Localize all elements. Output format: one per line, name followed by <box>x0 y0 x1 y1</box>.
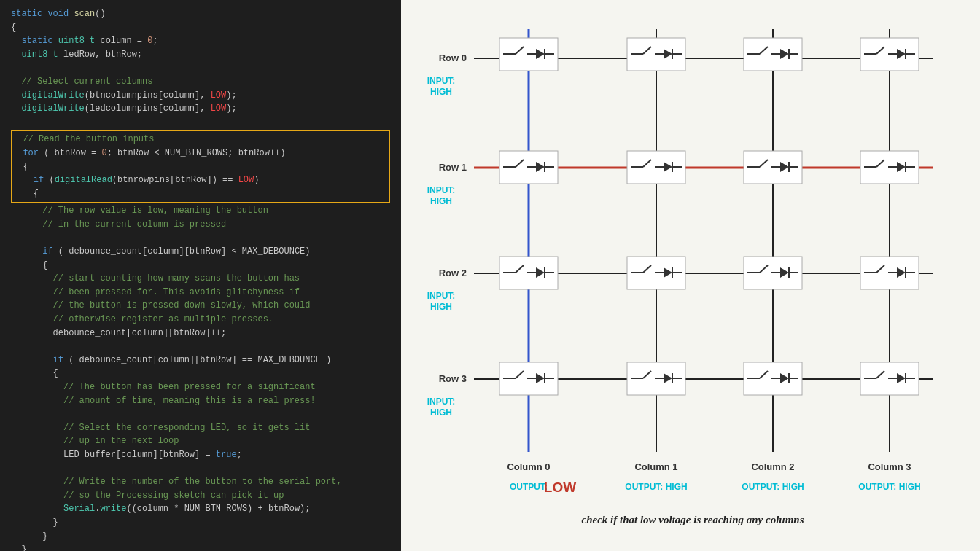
code-line-10: // The row value is low, meaning the but… <box>11 204 390 218</box>
svg-text:HIGH: HIGH <box>430 407 452 418</box>
svg-text:HIGH: HIGH <box>430 196 452 206</box>
code-line-2: { <box>11 21 390 35</box>
code-line-25 <box>11 407 390 421</box>
code-line-29 <box>11 462 390 476</box>
svg-text:LOW: LOW <box>544 480 576 495</box>
svg-text:Column 0: Column 0 <box>507 461 550 472</box>
code-line-15: // start counting how many scans the but… <box>11 272 390 286</box>
svg-text:INPUT:: INPUT: <box>427 76 456 86</box>
code-line-23: // The button has been pressed for a sig… <box>11 380 390 394</box>
code-line-12 <box>11 232 390 246</box>
svg-text:Row 2: Row 2 <box>439 267 467 278</box>
code-line-30: // Write the number of the button to the… <box>11 475 390 489</box>
code-line-13: if ( debounce_count[column][btnRow] < MA… <box>11 245 390 259</box>
code-line-4: uint8_t ledRow, btnRow; <box>11 48 390 62</box>
code-line-1: static void scan() <box>11 7 390 21</box>
svg-text:INPUT:: INPUT: <box>427 185 456 195</box>
code-line-24: // amount of time, meaning this is a rea… <box>11 394 390 408</box>
diagram-panel: Row 0 Row 1 Row 2 Row 3 INPUT: HIGH INPU… <box>401 0 980 551</box>
code-line-27: // up in the next loop <box>11 434 390 448</box>
code-line-21: if ( debounce_count[column][btnRow] == M… <box>11 353 390 367</box>
code-line-11: // in the current column is pressed <box>11 218 390 232</box>
highlighted-code-block: // Read the button inputs for ( btnRow =… <box>11 130 390 203</box>
code-line-17: // the button is pressed down slowly, wh… <box>11 299 390 313</box>
code-line-16: // been pressed for. This avoids glitchy… <box>11 286 390 300</box>
code-line-35: } <box>11 543 390 551</box>
code-line-18: // otherwise register as multiple presse… <box>11 313 390 327</box>
code-line-3: static uint8_t column = 0; <box>11 34 390 48</box>
code-line-34: } <box>11 530 390 544</box>
code-line-28: LED_buffer[column][btnRow] = true; <box>11 448 390 462</box>
code-line-14: { <box>11 259 390 273</box>
svg-text:INPUT:: INPUT: <box>427 396 456 407</box>
code-line-19: debounce_count[column][btnRow]++; <box>11 327 390 340</box>
code-line-22: { <box>11 367 390 380</box>
svg-text:Row 1: Row 1 <box>439 162 467 173</box>
code-line-5 <box>11 61 390 75</box>
svg-text:check if that low voltage is r: check if that low voltage is reaching an… <box>581 514 804 525</box>
code-line-9 <box>11 116 390 130</box>
code-panel: static void scan() { static uint8_t colu… <box>0 0 401 551</box>
code-line-31: // so the Processing sketch can pick it … <box>11 489 390 503</box>
code-line-6: // Select current columns <box>11 75 390 89</box>
circuit-diagram: Row 0 Row 1 Row 2 Row 3 INPUT: HIGH INPU… <box>401 0 980 551</box>
svg-text:Column 2: Column 2 <box>751 461 794 472</box>
svg-text:Column 1: Column 1 <box>634 461 677 472</box>
code-line-8: digitalWrite(ledcolumnpins[column], LOW)… <box>11 102 390 116</box>
svg-text:HIGH: HIGH <box>430 302 452 312</box>
code-line-32: Serial.write((column * NUM_BTN_ROWS) + b… <box>11 502 390 516</box>
code-line-26: // Select the corresponding LED, so it g… <box>11 421 390 435</box>
svg-text:OUTPUT: HIGH: OUTPUT: HIGH <box>742 482 804 492</box>
code-line-20 <box>11 340 390 353</box>
svg-text:Column 3: Column 3 <box>868 461 911 472</box>
svg-text:HIGH: HIGH <box>430 87 452 97</box>
svg-text:Row 3: Row 3 <box>439 373 467 384</box>
svg-text:Row 0: Row 0 <box>439 52 467 63</box>
code-line-33: } <box>11 516 390 530</box>
svg-text:INPUT:: INPUT: <box>427 291 456 301</box>
svg-text:OUTPUT: HIGH: OUTPUT: HIGH <box>858 482 920 492</box>
svg-text:OUTPUT:: OUTPUT: <box>510 482 548 492</box>
svg-text:OUTPUT: HIGH: OUTPUT: HIGH <box>625 482 687 492</box>
code-line-7: digitalWrite(btncolumnpins[column], LOW)… <box>11 89 390 103</box>
